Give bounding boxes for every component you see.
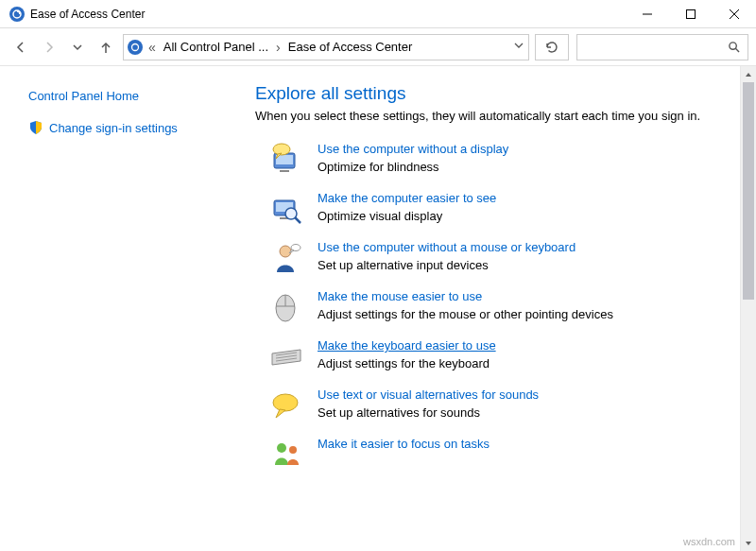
monitor-speech-icon — [268, 142, 304, 178]
monitor-magnify-icon — [268, 191, 304, 227]
scroll-up-button[interactable] — [741, 66, 756, 82]
setting-easier-to-see: Make the computer easier to see Optimize… — [268, 191, 721, 227]
address-bar[interactable]: « All Control Panel ... › Ease of Access… — [123, 34, 529, 60]
link-without-mouse-keyboard[interactable]: Use the computer without a mouse or keyb… — [318, 240, 576, 254]
desc-without-mouse-keyboard: Set up alternative input devices — [318, 258, 576, 272]
svg-rect-11 — [280, 170, 289, 172]
svg-point-18 — [280, 246, 291, 257]
page-heading: Explore all settings — [255, 83, 721, 104]
back-button[interactable] — [8, 34, 34, 60]
window-title: Ease of Access Center — [30, 8, 145, 21]
svg-point-27 — [277, 443, 286, 453]
shield-icon — [28, 120, 43, 135]
scroll-thumb[interactable] — [743, 82, 754, 300]
breadcrumb-seg-2[interactable]: Ease of Access Center — [286, 40, 415, 54]
breadcrumb-seg-1[interactable]: All Control Panel ... — [162, 40, 270, 54]
speech-bubble-icon — [268, 387, 304, 423]
watermark: wsxdn.com — [683, 536, 735, 547]
close-button[interactable] — [713, 0, 756, 28]
setting-mouse-easier: Make the mouse easier to use Adjust sett… — [268, 289, 721, 325]
desc-keyboard-easier: Adjust settings for the keyboard — [318, 356, 496, 370]
setting-without-mouse-keyboard: Use the computer without a mouse or keyb… — [268, 240, 721, 276]
link-without-display[interactable]: Use the computer without a display — [318, 142, 508, 156]
refresh-button[interactable] — [535, 34, 569, 60]
svg-line-17 — [295, 217, 301, 223]
maximize-button[interactable] — [669, 0, 713, 28]
svg-point-7 — [730, 43, 736, 49]
page-subtext: When you select these settings, they wil… — [255, 108, 721, 125]
address-prefix: « — [146, 40, 158, 55]
desc-easier-to-see: Optimize visual display — [318, 209, 496, 223]
up-button[interactable] — [93, 34, 119, 60]
scroll-track[interactable] — [741, 82, 756, 535]
svg-line-8 — [735, 48, 739, 52]
chevron-right-icon: › — [274, 40, 283, 55]
svg-point-26 — [273, 394, 298, 411]
desc-sound-alternatives: Set up alternatives for sounds — [318, 405, 539, 420]
minimize-button[interactable] — [626, 0, 669, 28]
setting-without-display: Use the computer without a display Optim… — [268, 142, 721, 178]
person-speech-icon — [268, 240, 304, 276]
svg-point-28 — [289, 446, 297, 454]
link-focus-tasks[interactable]: Make it easier to focus on tasks — [318, 437, 490, 451]
address-icon — [128, 40, 143, 55]
setting-sound-alternatives: Use text or visual alternatives for soun… — [268, 387, 721, 423]
search-icon — [728, 41, 740, 53]
link-mouse-easier[interactable]: Make the mouse easier to use — [318, 289, 482, 303]
recent-dropdown[interactable] — [64, 34, 91, 60]
address-dropdown[interactable] — [507, 40, 524, 54]
main-content: Explore all settings When you select the… — [236, 66, 740, 551]
sidebar: Control Panel Home Change sign-in settin… — [0, 66, 236, 551]
scrollbar[interactable] — [740, 66, 756, 551]
desc-mouse-easier: Adjust settings for the mouse or other p… — [318, 307, 613, 321]
link-sound-alternatives[interactable]: Use text or visual alternatives for soun… — [318, 387, 539, 402]
titlebar: Ease of Access Center — [0, 0, 756, 28]
mouse-icon — [268, 289, 304, 325]
sidebar-link-signin[interactable]: Change sign-in settings — [28, 120, 236, 135]
sidebar-link-home[interactable]: Control Panel Home — [28, 89, 236, 103]
forward-button[interactable] — [36, 34, 62, 60]
people-icon — [268, 437, 304, 473]
svg-marker-29 — [746, 73, 751, 77]
keyboard-icon — [268, 338, 304, 374]
setting-focus-tasks: Make it easier to focus on tasks — [268, 437, 721, 473]
navbar: « All Control Panel ... › Ease of Access… — [0, 28, 756, 66]
link-keyboard-easier[interactable]: Make the keyboard easier to use — [318, 338, 496, 353]
window-icon — [9, 7, 25, 22]
svg-rect-2 — [687, 9, 696, 18]
link-easier-to-see[interactable]: Make the computer easier to see — [318, 191, 496, 205]
svg-point-6 — [132, 43, 139, 50]
desc-without-display: Optimize for blindness — [318, 160, 508, 174]
scroll-down-button[interactable] — [741, 535, 756, 551]
svg-marker-30 — [746, 542, 751, 545]
search-input[interactable] — [576, 34, 748, 60]
setting-keyboard-easier: Make the keyboard easier to use Adjust s… — [268, 338, 721, 374]
